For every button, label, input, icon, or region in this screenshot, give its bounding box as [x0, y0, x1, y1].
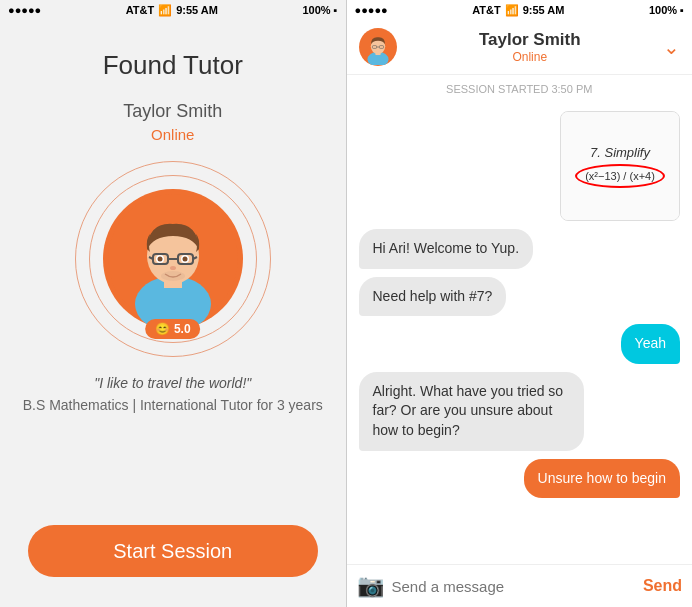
right-panel: ●●●●● AT&T 📶 9:55 AM 100% ▪ Tayl: [347, 0, 693, 607]
chat-avatar: [359, 28, 397, 66]
signal-dots-right: ●●●●●: [355, 4, 388, 16]
battery-icon-left: ▪: [334, 4, 338, 16]
signal-dots-left: ●●●●●: [8, 4, 41, 16]
message-3: Yeah: [621, 324, 680, 364]
battery-right: 100%: [649, 4, 677, 16]
carrier-left: AT&T: [126, 4, 155, 16]
message-1-text: Hi Ari! Welcome to Yup.: [373, 240, 520, 256]
chat-avatar-svg: [360, 29, 396, 65]
chat-header-name: Taylor Smith: [397, 30, 664, 50]
chat-messages: 7. Simplify (x²−13) / (x+4) Hi Ari! Welc…: [347, 103, 693, 564]
left-tutor-status: Online: [151, 126, 194, 143]
chat-header: Taylor Smith Online ⌄: [347, 20, 693, 75]
wifi-icon-left: 📶: [158, 4, 172, 17]
message-4-text: Alright. What have you tried so far? Or …: [373, 383, 564, 438]
chevron-down-icon[interactable]: ⌄: [663, 35, 680, 59]
message-3-text: Yeah: [635, 335, 666, 351]
message-5-text: Unsure how to begin: [538, 470, 666, 486]
wifi-icon-right: 📶: [505, 4, 519, 17]
tutor-bio: B.S Mathematics | International Tutor fo…: [3, 397, 343, 413]
battery-icon-right: ▪: [680, 4, 684, 16]
camera-icon[interactable]: 📷: [357, 573, 384, 599]
message-2-text: Need help with #7?: [373, 288, 493, 304]
left-panel: ●●●●● AT&T 📶 9:55 AM 100% ▪ Found Tutor …: [0, 0, 346, 607]
send-button[interactable]: Send: [643, 577, 682, 595]
chat-input-bar: 📷 Send: [347, 564, 693, 607]
message-2: Need help with #7?: [359, 277, 507, 317]
math-problem-card: 7. Simplify (x²−13) / (x+4): [561, 112, 679, 220]
session-started-label: SESSION STARTED 3:50 PM: [347, 75, 693, 103]
formula-text: (x²−13) / (x+4): [585, 170, 655, 182]
message-input[interactable]: [392, 578, 635, 595]
svg-point-14: [161, 271, 185, 281]
rating-value: 5.0: [174, 322, 191, 336]
chat-header-info: Taylor Smith Online: [397, 30, 664, 64]
carrier-right: AT&T: [472, 4, 501, 16]
svg-point-12: [182, 257, 187, 262]
chat-header-status: Online: [397, 50, 664, 64]
tutor-quote: "I like to travel the world!": [74, 375, 271, 391]
svg-point-11: [157, 257, 162, 262]
star-icon: 😊: [155, 322, 170, 336]
battery-left: 100%: [302, 4, 330, 16]
math-problem-label: 7. Simplify: [590, 145, 650, 160]
status-bar-right: ●●●●● AT&T 📶 9:55 AM 100% ▪: [347, 0, 693, 20]
status-bar-left: ●●●●● AT&T 📶 9:55 AM 100% ▪: [0, 0, 346, 20]
avatar-circle: [103, 189, 243, 329]
svg-point-13: [170, 266, 176, 270]
found-tutor-title: Found Tutor: [103, 50, 243, 81]
left-tutor-name: Taylor Smith: [123, 101, 222, 122]
start-session-button[interactable]: Start Session: [28, 525, 318, 577]
time-right: 9:55 AM: [523, 4, 565, 16]
time-left: 9:55 AM: [176, 4, 218, 16]
rating-badge: 😊 5.0: [145, 319, 201, 339]
math-formula: (x²−13) / (x+4): [575, 164, 665, 188]
avatar-svg: [108, 194, 238, 324]
message-1: Hi Ari! Welcome to Yup.: [359, 229, 534, 269]
avatar-container: 😊 5.0: [73, 159, 273, 359]
math-image-message: 7. Simplify (x²−13) / (x+4): [560, 111, 680, 221]
message-4: Alright. What have you tried so far? Or …: [359, 372, 584, 451]
message-5: Unsure how to begin: [524, 459, 680, 499]
